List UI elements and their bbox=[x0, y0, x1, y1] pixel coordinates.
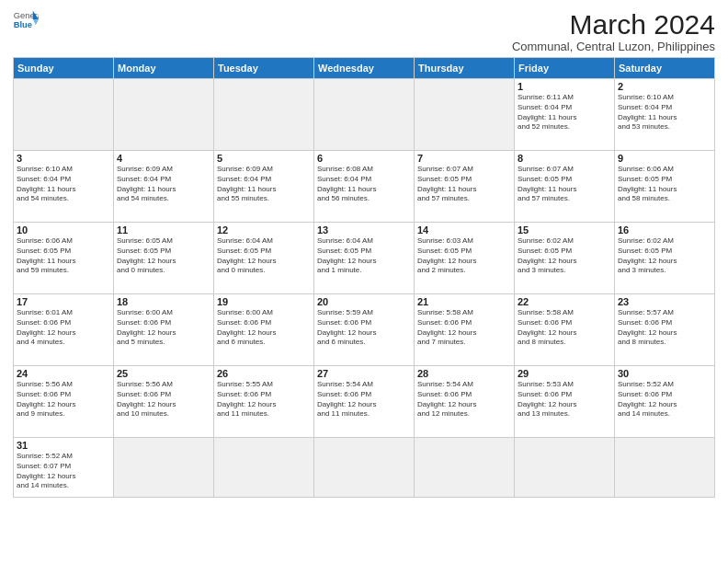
day-info: Sunrise: 5:54 AM Sunset: 6:06 PM Dayligh… bbox=[317, 380, 411, 419]
day-cell bbox=[314, 438, 415, 498]
day-cell bbox=[14, 79, 114, 151]
day-info: Sunrise: 6:02 AM Sunset: 6:05 PM Dayligh… bbox=[518, 236, 611, 276]
day-number: 11 bbox=[117, 224, 210, 236]
day-info: Sunrise: 6:04 AM Sunset: 6:05 PM Dayligh… bbox=[317, 236, 411, 276]
day-cell: 23Sunrise: 5:57 AM Sunset: 6:06 PM Dayli… bbox=[615, 294, 715, 366]
day-cell: 12Sunrise: 6:04 AM Sunset: 6:05 PM Dayli… bbox=[214, 223, 314, 294]
day-info: Sunrise: 6:08 AM Sunset: 6:04 PM Dayligh… bbox=[317, 165, 411, 204]
day-info: Sunrise: 6:03 AM Sunset: 6:05 PM Dayligh… bbox=[417, 236, 511, 276]
day-number: 7 bbox=[417, 153, 511, 164]
week-row-4: 17Sunrise: 6:01 AM Sunset: 6:06 PM Dayli… bbox=[14, 294, 715, 366]
day-cell: 26Sunrise: 5:55 AM Sunset: 6:06 PM Dayli… bbox=[214, 366, 314, 438]
day-cell bbox=[415, 79, 515, 151]
day-cell: 30Sunrise: 5:52 AM Sunset: 6:06 PM Dayli… bbox=[615, 366, 715, 438]
day-number: 12 bbox=[217, 224, 311, 236]
day-number: 1 bbox=[518, 81, 611, 92]
day-info: Sunrise: 5:56 AM Sunset: 6:06 PM Dayligh… bbox=[17, 380, 110, 419]
calendar-page: General Blue March 2024 Communal, Centra… bbox=[0, 0, 728, 563]
day-number: 20 bbox=[317, 296, 411, 307]
day-info: Sunrise: 6:06 AM Sunset: 6:05 PM Dayligh… bbox=[17, 236, 110, 276]
day-info: Sunrise: 5:52 AM Sunset: 6:06 PM Dayligh… bbox=[618, 380, 711, 419]
day-info: Sunrise: 5:57 AM Sunset: 6:06 PM Dayligh… bbox=[618, 308, 711, 348]
day-cell bbox=[114, 79, 214, 151]
day-info: Sunrise: 6:10 AM Sunset: 6:04 PM Dayligh… bbox=[17, 165, 110, 204]
day-info: Sunrise: 5:58 AM Sunset: 6:06 PM Dayligh… bbox=[518, 308, 611, 348]
day-cell: 19Sunrise: 6:00 AM Sunset: 6:06 PM Dayli… bbox=[214, 294, 314, 366]
day-number: 21 bbox=[417, 296, 511, 307]
week-row-5: 24Sunrise: 5:56 AM Sunset: 6:06 PM Dayli… bbox=[14, 366, 715, 438]
col-header-saturday: Saturday bbox=[615, 58, 715, 79]
day-number: 19 bbox=[217, 296, 311, 307]
day-cell: 6Sunrise: 6:08 AM Sunset: 6:04 PM Daylig… bbox=[314, 151, 415, 223]
day-info: Sunrise: 6:10 AM Sunset: 6:04 PM Dayligh… bbox=[618, 93, 711, 132]
day-cell: 20Sunrise: 5:59 AM Sunset: 6:06 PM Dayli… bbox=[314, 294, 415, 366]
day-cell bbox=[415, 438, 515, 498]
day-cell: 3Sunrise: 6:10 AM Sunset: 6:04 PM Daylig… bbox=[14, 151, 114, 223]
day-cell: 8Sunrise: 6:07 AM Sunset: 6:05 PM Daylig… bbox=[515, 151, 615, 223]
day-number: 15 bbox=[518, 224, 611, 236]
day-number: 13 bbox=[317, 224, 411, 236]
col-header-tuesday: Tuesday bbox=[214, 58, 314, 79]
day-info: Sunrise: 6:01 AM Sunset: 6:06 PM Dayligh… bbox=[17, 308, 110, 348]
day-number: 26 bbox=[217, 368, 311, 379]
day-number: 25 bbox=[117, 368, 210, 379]
day-cell: 25Sunrise: 5:56 AM Sunset: 6:06 PM Dayli… bbox=[114, 366, 214, 438]
day-cell: 13Sunrise: 6:04 AM Sunset: 6:05 PM Dayli… bbox=[314, 223, 415, 294]
week-row-2: 3Sunrise: 6:10 AM Sunset: 6:04 PM Daylig… bbox=[14, 151, 715, 223]
day-cell: 27Sunrise: 5:54 AM Sunset: 6:06 PM Dayli… bbox=[314, 366, 415, 438]
day-cell: 16Sunrise: 6:02 AM Sunset: 6:05 PM Dayli… bbox=[615, 223, 715, 294]
day-info: Sunrise: 6:09 AM Sunset: 6:04 PM Dayligh… bbox=[217, 165, 311, 204]
day-cell bbox=[214, 438, 314, 498]
day-info: Sunrise: 6:07 AM Sunset: 6:05 PM Dayligh… bbox=[417, 165, 511, 204]
generalblue-logo-icon: General Blue bbox=[13, 9, 39, 29]
day-info: Sunrise: 5:53 AM Sunset: 6:06 PM Dayligh… bbox=[518, 380, 611, 419]
day-info: Sunrise: 6:07 AM Sunset: 6:05 PM Dayligh… bbox=[518, 165, 611, 204]
day-cell bbox=[314, 79, 415, 151]
day-number: 2 bbox=[618, 81, 711, 92]
svg-text:Blue: Blue bbox=[14, 20, 32, 29]
day-cell: 29Sunrise: 5:53 AM Sunset: 6:06 PM Dayli… bbox=[515, 366, 615, 438]
month-year: March 2024 bbox=[512, 9, 715, 40]
day-cell: 9Sunrise: 6:06 AM Sunset: 6:05 PM Daylig… bbox=[615, 151, 715, 223]
day-info: Sunrise: 6:09 AM Sunset: 6:04 PM Dayligh… bbox=[117, 165, 210, 204]
day-cell: 15Sunrise: 6:02 AM Sunset: 6:05 PM Dayli… bbox=[515, 223, 615, 294]
day-cell: 1Sunrise: 6:11 AM Sunset: 6:04 PM Daylig… bbox=[515, 79, 615, 151]
day-cell bbox=[214, 79, 314, 151]
logo: General Blue bbox=[13, 9, 39, 29]
day-cell: 17Sunrise: 6:01 AM Sunset: 6:06 PM Dayli… bbox=[14, 294, 114, 366]
day-info: Sunrise: 5:55 AM Sunset: 6:06 PM Dayligh… bbox=[217, 380, 311, 419]
day-info: Sunrise: 6:02 AM Sunset: 6:05 PM Dayligh… bbox=[618, 236, 711, 276]
col-header-wednesday: Wednesday bbox=[314, 58, 415, 79]
day-number: 17 bbox=[17, 296, 110, 307]
day-info: Sunrise: 5:54 AM Sunset: 6:06 PM Dayligh… bbox=[417, 380, 511, 419]
header-row: SundayMondayTuesdayWednesdayThursdayFrid… bbox=[14, 58, 715, 79]
day-number: 23 bbox=[618, 296, 711, 307]
week-row-1: 1Sunrise: 6:11 AM Sunset: 6:04 PM Daylig… bbox=[14, 79, 715, 151]
day-cell: 7Sunrise: 6:07 AM Sunset: 6:05 PM Daylig… bbox=[415, 151, 515, 223]
col-header-friday: Friday bbox=[515, 58, 615, 79]
day-info: Sunrise: 6:00 AM Sunset: 6:06 PM Dayligh… bbox=[217, 308, 311, 348]
day-number: 14 bbox=[417, 224, 511, 236]
day-number: 6 bbox=[317, 153, 411, 164]
day-number: 29 bbox=[518, 368, 611, 379]
day-cell bbox=[615, 438, 715, 498]
day-number: 10 bbox=[17, 224, 110, 236]
day-info: Sunrise: 5:58 AM Sunset: 6:06 PM Dayligh… bbox=[417, 308, 511, 348]
day-info: Sunrise: 6:11 AM Sunset: 6:04 PM Dayligh… bbox=[518, 93, 611, 132]
day-cell: 22Sunrise: 5:58 AM Sunset: 6:06 PM Dayli… bbox=[515, 294, 615, 366]
day-number: 31 bbox=[17, 440, 110, 451]
day-number: 3 bbox=[17, 153, 110, 164]
col-header-thursday: Thursday bbox=[415, 58, 515, 79]
day-cell: 24Sunrise: 5:56 AM Sunset: 6:06 PM Dayli… bbox=[14, 366, 114, 438]
day-cell bbox=[515, 438, 615, 498]
title-block: March 2024 Communal, Central Luzon, Phil… bbox=[512, 9, 715, 53]
day-number: 16 bbox=[618, 224, 711, 236]
col-header-sunday: Sunday bbox=[14, 58, 114, 79]
day-info: Sunrise: 6:05 AM Sunset: 6:05 PM Dayligh… bbox=[117, 236, 210, 276]
day-cell: 14Sunrise: 6:03 AM Sunset: 6:05 PM Dayli… bbox=[415, 223, 515, 294]
svg-marker-3 bbox=[33, 19, 39, 25]
day-cell: 18Sunrise: 6:00 AM Sunset: 6:06 PM Dayli… bbox=[114, 294, 214, 366]
header: General Blue March 2024 Communal, Centra… bbox=[13, 9, 715, 53]
calendar-table: SundayMondayTuesdayWednesdayThursdayFrid… bbox=[13, 57, 715, 498]
day-info: Sunrise: 5:52 AM Sunset: 6:07 PM Dayligh… bbox=[17, 452, 110, 491]
